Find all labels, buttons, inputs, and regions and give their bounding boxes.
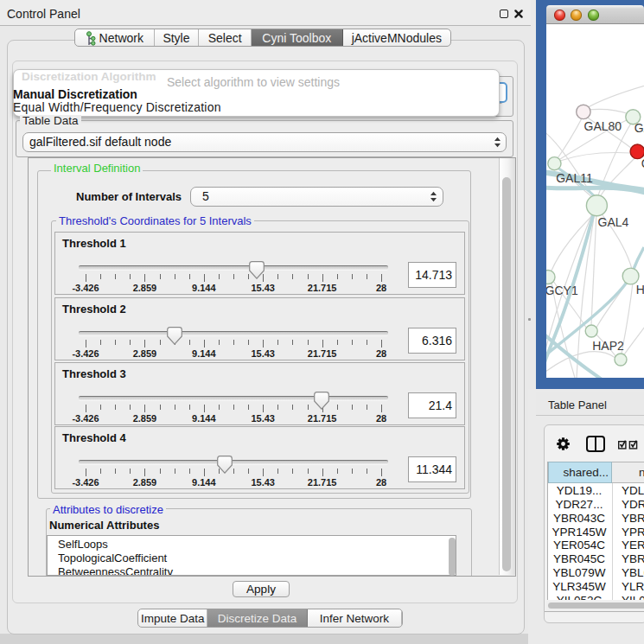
svg-text:GA: GA (634, 121, 644, 135)
svg-text:GCY1: GCY1 (546, 284, 578, 297)
svg-text:HAP2: HAP2 (592, 339, 624, 353)
svg-text:H: H (636, 283, 644, 296)
svg-text:GAL11: GAL11 (556, 171, 593, 185)
svg-text:GAL80: GAL80 (584, 119, 622, 133)
svg-text:GAL4: GAL4 (598, 215, 629, 229)
